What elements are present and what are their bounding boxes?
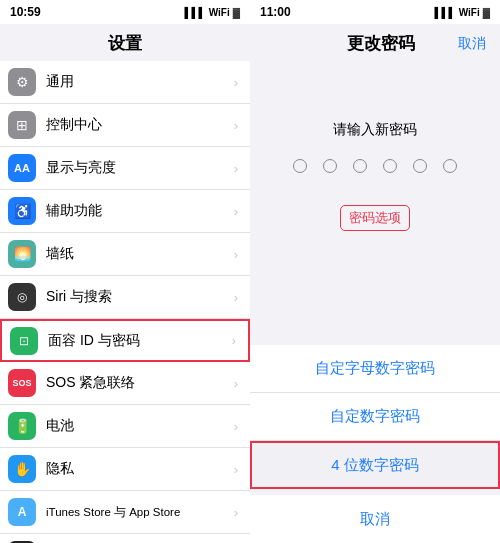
right-wifi-icon: WiFi [459, 7, 480, 18]
popup-options-list: 自定字母数字密码 自定数字密码 4 位数字密码 [250, 345, 500, 489]
faceid-shape: ⊡ [19, 334, 29, 348]
itunes-shape: A [18, 505, 27, 519]
right-status-bar: 11:00 ▌▌▌ WiFi ▓ [250, 0, 500, 24]
general-icon [8, 68, 36, 96]
right-nav-header: 更改密码 取消 [250, 24, 500, 61]
battery-label: 电池 [46, 417, 234, 435]
option-alpha[interactable]: 自定字母数字密码 [250, 345, 500, 393]
left-time: 10:59 [10, 5, 41, 19]
gear-shape [16, 74, 29, 90]
aa-shape: AA [14, 162, 30, 174]
option-four-digit[interactable]: 4 位数字密码 [250, 441, 500, 489]
settings-item-wallpaper[interactable]: 🌅 墙纸 › [0, 233, 250, 276]
accessibility-shape: ♿ [14, 203, 31, 219]
left-status-icons: ▌▌▌ WiFi ▓ [184, 7, 240, 18]
chevron-icon: › [234, 161, 238, 176]
chevron-icon: › [234, 204, 238, 219]
right-nav-cancel-button[interactable]: 取消 [458, 35, 486, 53]
right-nav-title: 更改密码 [347, 32, 415, 55]
battery-shape: 🔋 [14, 418, 31, 434]
chevron-icon: › [234, 505, 238, 520]
dot-3 [353, 159, 367, 173]
settings-item-wallet[interactable]: ◈ 钱包与 Apple Pay › [0, 534, 250, 543]
display-label: 显示与亮度 [46, 159, 234, 177]
battery-icon: 🔋 [8, 412, 36, 440]
accessibility-label: 辅助功能 [46, 202, 234, 220]
sos-label: SOS 紧急联络 [46, 374, 234, 392]
chevron-icon: › [234, 75, 238, 90]
accessibility-icon: ♿ [8, 197, 36, 225]
settings-list: 通用 › ⊞ 控制中心 › AA 显示与亮度 › ♿ 辅助功能 › [0, 61, 250, 543]
right-panel: 11:00 ▌▌▌ WiFi ▓ 更改密码 取消 请输入新密码 密码选项 自定字… [250, 0, 500, 543]
right-status-icons: ▌▌▌ WiFi ▓ [434, 7, 490, 18]
option-custom-label: 自定数字密码 [330, 407, 420, 426]
left-nav-header: 设置 [0, 24, 250, 61]
settings-item-siri[interactable]: ◎ Siri 与搜索 › [0, 276, 250, 319]
settings-item-general[interactable]: 通用 › [0, 61, 250, 104]
settings-item-control[interactable]: ⊞ 控制中心 › [0, 104, 250, 147]
left-title: 设置 [108, 34, 142, 53]
popup-menu: 自定字母数字密码 自定数字密码 4 位数字密码 取消 [250, 345, 500, 543]
wifi-icon: WiFi [209, 7, 230, 18]
siri-shape: ◎ [17, 290, 27, 304]
dot-5 [413, 159, 427, 173]
chevron-icon: › [234, 419, 238, 434]
dot-6 [443, 159, 457, 173]
siri-icon: ◎ [8, 283, 36, 311]
sos-icon: SOS [8, 369, 36, 397]
itunes-icon: A [8, 498, 36, 526]
itunes-label: iTunes Store 与 App Store [46, 505, 234, 520]
privacy-shape: ✋ [14, 461, 31, 477]
dot-1 [293, 159, 307, 173]
passcode-options-label: 密码选项 [349, 210, 401, 225]
battery-icon: ▓ [233, 7, 240, 18]
dot-4 [383, 159, 397, 173]
sos-shape: SOS [12, 378, 31, 388]
control-label: 控制中心 [46, 116, 234, 134]
control-shape: ⊞ [16, 117, 28, 133]
chevron-icon: › [234, 462, 238, 477]
option-custom[interactable]: 自定数字密码 [250, 393, 500, 441]
privacy-label: 隐私 [46, 460, 234, 478]
display-icon: AA [8, 154, 36, 182]
dot-2 [323, 159, 337, 173]
general-label: 通用 [46, 73, 234, 91]
wallpaper-icon: 🌅 [8, 240, 36, 268]
popup-cancel-label: 取消 [360, 510, 390, 529]
left-panel: 10:59 ▌▌▌ WiFi ▓ 设置 通用 › ⊞ 控制中心 › [0, 0, 250, 543]
settings-item-display[interactable]: AA 显示与亮度 › [0, 147, 250, 190]
popup-cancel-button[interactable]: 取消 [250, 495, 500, 543]
option-four-digit-label: 4 位数字密码 [331, 456, 419, 475]
signal-icon: ▌▌▌ [184, 7, 205, 18]
settings-item-faceid[interactable]: ⊡ 面容 ID 与密码 › [0, 319, 250, 362]
settings-item-itunes[interactable]: A iTunes Store 与 App Store › [0, 491, 250, 534]
option-alpha-label: 自定字母数字密码 [315, 359, 435, 378]
faceid-icon: ⊡ [10, 327, 38, 355]
faceid-label: 面容 ID 与密码 [48, 332, 232, 350]
siri-label: Siri 与搜索 [46, 288, 234, 306]
chevron-icon: › [234, 247, 238, 262]
settings-item-battery[interactable]: 🔋 电池 › [0, 405, 250, 448]
chevron-icon: › [234, 290, 238, 305]
password-dots [293, 159, 457, 173]
right-time: 11:00 [260, 5, 291, 19]
chevron-icon: › [234, 118, 238, 133]
wallpaper-shape: 🌅 [14, 246, 31, 262]
settings-item-sos[interactable]: SOS SOS 紧急联络 › [0, 362, 250, 405]
prompt-text: 请输入新密码 [333, 121, 417, 139]
right-battery-icon: ▓ [483, 7, 490, 18]
settings-item-privacy[interactable]: ✋ 隐私 › [0, 448, 250, 491]
settings-item-accessibility[interactable]: ♿ 辅助功能 › [0, 190, 250, 233]
control-icon: ⊞ [8, 111, 36, 139]
wallpaper-label: 墙纸 [46, 245, 234, 263]
chevron-icon: › [234, 376, 238, 391]
passcode-options-button[interactable]: 密码选项 [340, 205, 410, 231]
right-signal-icon: ▌▌▌ [434, 7, 455, 18]
privacy-icon: ✋ [8, 455, 36, 483]
chevron-icon: › [232, 333, 236, 348]
left-status-bar: 10:59 ▌▌▌ WiFi ▓ [0, 0, 250, 24]
